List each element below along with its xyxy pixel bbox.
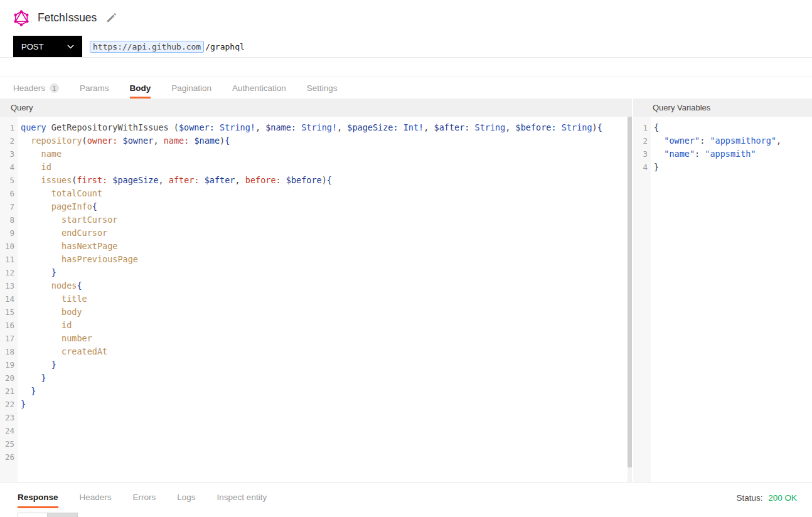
tab-logs[interactable]: Logs <box>177 493 195 508</box>
code-line: 6 totalCount <box>0 187 632 200</box>
request-url-row: POST https://api.github.com/graphql <box>0 36 812 58</box>
chevron-down-icon <box>67 45 74 49</box>
response-section: Response Headers Errors Logs Inspect ent… <box>0 482 812 516</box>
code-line: 15 body <box>0 306 632 319</box>
tab-response-headers[interactable]: Headers <box>80 493 112 508</box>
code-line: 1query GetRepositoryWithIssues ($owner: … <box>0 121 632 134</box>
code-line: 5 issues(first: $pageSize, after: $after… <box>0 174 632 187</box>
spacer <box>0 58 812 77</box>
code-line: 26 <box>0 450 632 464</box>
code-line: 24 <box>0 424 632 437</box>
tab-params[interactable]: Params <box>80 83 109 99</box>
code-line: 8 startCursor <box>0 213 632 227</box>
tab-response[interactable]: Response <box>18 493 58 508</box>
code-line: 14 title <box>0 292 632 306</box>
response-format-toggle <box>18 513 78 517</box>
graphql-logo-icon <box>13 10 29 26</box>
response-status: Status: 200 OK <box>736 493 797 508</box>
status-label: Status: <box>736 493 762 503</box>
code-line: 10 hasNextPage <box>0 240 632 253</box>
code-line: 19 } <box>0 358 632 371</box>
tab-errors[interactable]: Errors <box>133 493 156 508</box>
method-label: POST <box>21 42 43 51</box>
tab-headers[interactable]: Headers 1 <box>13 83 59 99</box>
code-line: 25 <box>0 437 632 450</box>
pencil-icon[interactable] <box>106 13 117 23</box>
code-line: 11 hasPreviousPage <box>0 253 632 266</box>
code-line: 16 id <box>0 319 632 332</box>
tab-pagination[interactable]: Pagination <box>171 83 211 99</box>
body-editors: Query 1query GetRepositoryWithIssues ($o… <box>0 99 812 482</box>
code-line: 13 nodes{ <box>0 279 632 292</box>
code-line: 17 number <box>0 332 632 345</box>
code-line: 18 createdAt <box>0 345 632 358</box>
tab-body[interactable]: Body <box>130 83 151 99</box>
api-name[interactable]: FetchIssues <box>38 11 97 24</box>
code-line: 22} <box>0 398 632 411</box>
api-editor: FetchIssues POST https://api.github.com/… <box>0 0 812 517</box>
code-line: 12 } <box>0 266 632 279</box>
headers-count-badge: 1 <box>50 83 59 93</box>
title-bar: FetchIssues <box>0 0 812 36</box>
variables-panel-title: Query Variables <box>633 99 812 117</box>
code-line: 3 name <box>0 147 632 161</box>
tab-inspect-entity[interactable]: Inspect entity <box>217 493 267 508</box>
code-line: 21 } <box>0 385 632 398</box>
tab-headers-label: Headers <box>13 83 45 93</box>
code-line: 2 repository(owner: $owner, name: $name)… <box>0 134 632 147</box>
query-editor-scrollbar[interactable] <box>628 117 632 482</box>
method-dropdown[interactable]: POST <box>13 36 82 57</box>
query-panel-title: Query <box>0 99 632 117</box>
code-line: 7 pageInfo{ <box>0 200 632 213</box>
code-line: 3 "name": "appsmith" <box>633 147 812 161</box>
code-line: 2 "owner": "appsmithorg", <box>633 134 812 147</box>
code-line: 23 <box>0 411 632 424</box>
url-suffix: /graphql <box>205 42 245 51</box>
variables-editor[interactable]: 1{2 "owner": "appsmithorg",3 "name": "ap… <box>633 117 812 482</box>
code-line: 4 id <box>0 161 632 174</box>
code-line: 1{ <box>633 121 812 134</box>
tab-settings[interactable]: Settings <box>307 83 338 99</box>
status-value: 200 OK <box>768 493 797 503</box>
request-tabs: Headers 1 Params Body Pagination Authent… <box>0 77 812 99</box>
code-line: 20 } <box>0 371 632 385</box>
code-line: 9 endCursor <box>0 227 632 240</box>
scrollbar-thumb[interactable] <box>628 117 632 467</box>
response-tabs: Response Headers Errors Logs Inspect ent… <box>0 482 812 508</box>
url-input[interactable]: https://api.github.com/graphql <box>82 36 812 57</box>
format-toggle-option[interactable] <box>18 513 48 517</box>
code-line: 4} <box>633 161 812 174</box>
format-toggle-option[interactable] <box>48 513 78 517</box>
tab-authentication[interactable]: Authentication <box>232 83 286 99</box>
url-evaluated-value: https://api.github.com <box>90 41 204 53</box>
query-editor[interactable]: 1query GetRepositoryWithIssues ($owner: … <box>0 117 632 482</box>
